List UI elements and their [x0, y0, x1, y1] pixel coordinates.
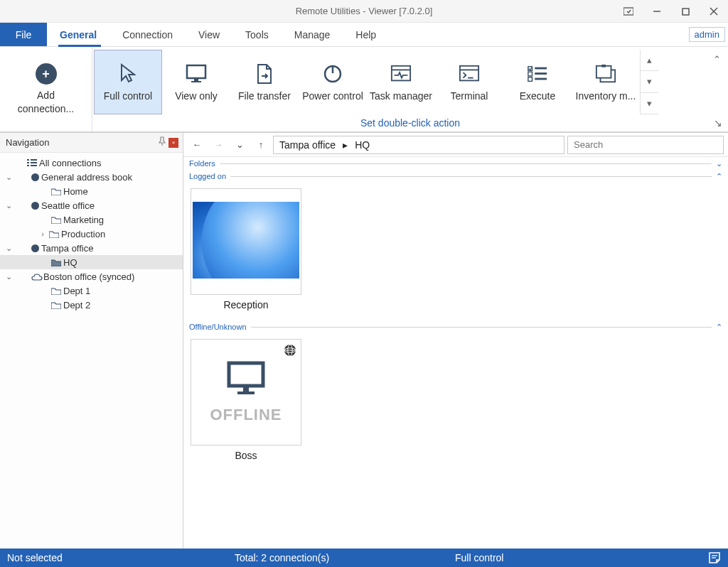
power-icon — [322, 63, 343, 85]
tree-boston-dept2[interactable]: Dept 2 — [0, 298, 183, 312]
tool-file-transfer[interactable]: File transfer — [230, 50, 299, 114]
svg-rect-10 — [392, 65, 410, 80]
connection-card-boss[interactable]: OFFLINE Boss — [191, 339, 301, 461]
menubar: File General Connection View Tools Manag… — [0, 23, 728, 47]
menu-tools[interactable]: Tools — [232, 23, 282, 46]
thumbnail-offline: OFFLINE — [191, 339, 301, 446]
list-check-icon — [527, 63, 548, 85]
chevron-down-icon[interactable]: ⌄ — [4, 244, 13, 253]
ribbon-scroll-down[interactable]: ▾ — [641, 71, 658, 92]
desktop-preview — [193, 202, 299, 279]
tree-seattle-marketing[interactable]: Marketing — [0, 212, 183, 227]
menu-manage[interactable]: Manage — [282, 23, 343, 46]
window-title: Remote Utilities - Viewer [7.0.2.0] — [296, 6, 433, 16]
menu-view[interactable]: View — [186, 23, 232, 46]
sidebar-title: Navigation — [6, 137, 49, 148]
nav-up-button[interactable]: ↑ — [252, 136, 270, 154]
minimize-button[interactable] — [643, 0, 671, 23]
ribbon-collapse-icon[interactable]: ⌃ — [713, 54, 721, 65]
menu-help[interactable]: Help — [343, 23, 389, 46]
svg-rect-16 — [535, 72, 547, 75]
tool-terminal[interactable]: Terminal — [435, 50, 503, 114]
status-selection: Not selected — [7, 552, 63, 563]
statusbar: Not selected Total: 2 connection(s) Full… — [0, 549, 728, 567]
svg-rect-29 — [31, 165, 37, 166]
folder-icon — [51, 216, 61, 224]
pathbar: ← → ⌄ ↑ Tampa office ▸ HQ — [183, 133, 728, 157]
tool-full-control[interactable]: Full control — [94, 50, 162, 114]
search-input[interactable] — [567, 136, 724, 154]
add-connection-label: Addconnection... — [18, 89, 74, 114]
svg-rect-24 — [27, 159, 29, 161]
pin-icon[interactable] — [157, 136, 167, 148]
menu-general[interactable]: General — [47, 23, 109, 46]
ribbon-footer-label: Set double-click action — [360, 117, 460, 129]
svg-rect-34 — [229, 363, 263, 386]
pulse-window-icon — [390, 63, 412, 85]
tool-inventory[interactable]: Inventory m... — [572, 50, 640, 114]
chevron-down-icon[interactable]: ⌄ — [4, 272, 13, 281]
chevron-right-icon: ▸ — [343, 139, 348, 151]
status-mode: Full control — [455, 552, 503, 563]
svg-rect-36 — [237, 392, 255, 394]
chevron-down-icon[interactable]: ⌄ — [4, 173, 13, 182]
breadcrumb-seg1[interactable]: Tampa office ▸ — [279, 139, 348, 151]
tool-view-only[interactable]: View only — [162, 50, 230, 114]
status-note-icon[interactable] — [708, 551, 721, 564]
menu-connection[interactable]: Connection — [109, 23, 186, 46]
tree-seattle-production[interactable]: › Production — [0, 227, 183, 241]
file-menu[interactable]: File — [0, 23, 47, 46]
maximize-button[interactable] — [671, 0, 700, 23]
section-offline[interactable]: Offline/Unknown⌃ — [183, 320, 728, 333]
ribbon-scroll-up[interactable]: ▴ — [641, 50, 658, 71]
globe-icon — [284, 344, 296, 357]
thumbnail — [191, 188, 301, 295]
tree-tampa-office[interactable]: ⌄ Tampa office — [0, 241, 183, 255]
tree-all-connections[interactable]: All connections — [0, 156, 183, 170]
nav-recent-button[interactable]: ⌄ — [230, 136, 249, 154]
tree-general-address-book[interactable]: ⌄ General address book — [0, 170, 183, 184]
folder-icon — [51, 301, 61, 309]
tree-seattle-office[interactable]: ⌄ Seattle office — [0, 198, 183, 212]
tool-task-manager[interactable]: Task manager — [367, 50, 435, 114]
svg-rect-0 — [623, 8, 633, 15]
nav-back-button[interactable]: ← — [188, 136, 206, 154]
book-dot-icon — [31, 244, 39, 252]
sidebar-header: Navigation × — [0, 133, 183, 153]
tool-execute[interactable]: Execute — [503, 50, 572, 114]
chevron-up-icon: ⌃ — [716, 172, 722, 181]
card-label: Reception — [223, 299, 268, 310]
offline-label: OFFLINE — [210, 406, 282, 424]
offline-gallery: OFFLINE Boss — [183, 333, 728, 471]
tree-boston-dept1[interactable]: Dept 1 — [0, 284, 183, 298]
folder-icon — [49, 230, 59, 238]
breadcrumb-seg2[interactable]: HQ — [355, 139, 370, 151]
svg-rect-25 — [31, 159, 37, 161]
breadcrumb[interactable]: Tampa office ▸ HQ — [273, 136, 564, 154]
tree-home[interactable]: Home — [0, 184, 183, 198]
chevron-right-icon[interactable]: › — [38, 230, 47, 238]
cursor-icon — [117, 63, 139, 85]
tool-power-control[interactable]: Power control — [299, 50, 367, 114]
nav-forward-button[interactable]: → — [209, 136, 228, 154]
card-label: Boss — [235, 450, 257, 461]
close-button[interactable] — [700, 0, 728, 23]
section-logged-on[interactable]: Logged on⌃ — [183, 170, 728, 183]
overlay-icon[interactable] — [614, 0, 643, 23]
ribbon-scroll-more[interactable]: ▾ — [641, 93, 658, 114]
ribbon-footer: Set double-click action ↘ — [92, 114, 728, 131]
tree-boston-office[interactable]: ⌄ Boston office (synced) — [0, 269, 183, 284]
terminal-icon — [459, 63, 480, 85]
tree-tampa-hq[interactable]: HQ — [0, 255, 183, 269]
ribbon-options-icon[interactable]: ↘ — [714, 117, 722, 129]
add-connection-button[interactable]: + Addconnection... — [0, 47, 92, 131]
connection-card-reception[interactable]: Reception — [191, 188, 301, 310]
user-label[interactable]: admin — [689, 27, 725, 42]
svg-rect-35 — [243, 386, 249, 392]
logged-on-gallery: Reception — [183, 183, 728, 320]
close-panel-icon[interactable]: × — [168, 138, 178, 148]
monitor-icon — [226, 360, 266, 396]
cloud-icon — [31, 273, 41, 281]
chevron-down-icon[interactable]: ⌄ — [4, 201, 13, 210]
section-folders[interactable]: Folders⌄ — [183, 157, 728, 170]
